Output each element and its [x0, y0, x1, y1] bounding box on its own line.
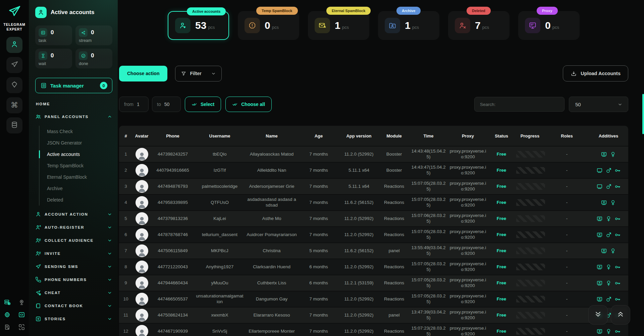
- rail-accounts-button[interactable]: [6, 37, 22, 53]
- filter-button[interactable]: Filter: [175, 66, 222, 81]
- table-row[interactable]: 4447958339895QTFUsOasdadsasdasd asdasd a…: [119, 194, 628, 210]
- table-row[interactable]: 10447466505537unsaturationamalgamationDa…: [119, 291, 628, 307]
- scroll-to-top-button[interactable]: [611, 305, 630, 325]
- page-size-select[interactable]: 50: [569, 97, 628, 112]
- avatar: [136, 212, 148, 225]
- cell-additives: [589, 279, 628, 287]
- cell-roles: -: [545, 247, 589, 255]
- to-value: 50: [164, 102, 170, 107]
- table-row[interactable]: 1447398243257tbEQloAllayaloasckas Matod7…: [119, 146, 628, 162]
- table-row[interactable]: 24407943916665IzGTIfAlllelddlto Nan7 mon…: [119, 162, 628, 178]
- stat-card-active-accounts[interactable]: Active accounts53pcs: [168, 11, 229, 40]
- document-check-icon[interactable]: [4, 324, 11, 331]
- from-label: from: [124, 102, 133, 107]
- stat-card-temp-spamblock[interactable]: Temp SpamBlock0pcs: [238, 11, 299, 40]
- cell-app-version: 11.2.0 (52992): [339, 151, 379, 158]
- cell-index: 9: [119, 280, 132, 287]
- cell-avatar: [132, 147, 151, 161]
- monitor-x-icon: [596, 280, 603, 286]
- sidebar-group-contact-book[interactable]: CONTACT BOOK: [35, 302, 112, 310]
- stat-card-deleted[interactable]: Deleted7pcs: [448, 11, 509, 40]
- cell-phone: 447721220043: [151, 264, 195, 271]
- chevron-down-icon: [211, 71, 216, 76]
- stat-card-proxy[interactable]: Proxy0pcs: [518, 11, 580, 40]
- command-icon: ⌘: [11, 102, 18, 109]
- counter-value: 0: [91, 29, 94, 36]
- rail-sending-button[interactable]: [6, 57, 22, 73]
- upload-accounts-button[interactable]: Upload Accounts: [563, 65, 628, 81]
- table-row[interactable]: 7447506115849MKPBcJChristina5 months11.6…: [119, 242, 628, 259]
- sidebar-item-deleted[interactable]: Deleted: [40, 194, 112, 206]
- sidebar-item-json-generator[interactable]: JSON Generator: [40, 137, 112, 149]
- search-input[interactable]: [474, 97, 565, 112]
- table-row[interactable]: 11447508624134xwxmbXElararraro Kesoso7 m…: [119, 307, 628, 323]
- cell-proxy: proxy.proxyverse.io:9200: [448, 325, 488, 336]
- stat-card-eternal-spamblock[interactable]: Eternal SpamBlock1pcs: [308, 11, 369, 40]
- stat-card-value: 0: [545, 20, 551, 31]
- stat-card-archive[interactable]: Archive1pcs: [378, 11, 439, 40]
- female-icon: [605, 328, 612, 335]
- column-header-age: Age: [299, 133, 339, 138]
- cell-name: Asthe Mo: [245, 215, 299, 222]
- from-input[interactable]: from 1: [119, 97, 149, 112]
- column-header-name: Name: [245, 133, 299, 138]
- select-button[interactable]: Select: [185, 97, 221, 112]
- progress-bar: [516, 151, 545, 158]
- warn-octagon-icon: [245, 18, 260, 33]
- sidebar-group-cheat[interactable]: CHEAT: [35, 289, 112, 297]
- scroll-to-bottom-button[interactable]: [588, 305, 608, 325]
- table-row[interactable]: 8447721220043Anything1927Clarksardin Hue…: [119, 259, 628, 275]
- gear-icon[interactable]: [4, 311, 11, 318]
- to-input[interactable]: to 50: [152, 97, 181, 112]
- sidebar-item-home[interactable]: HOME: [36, 102, 112, 106]
- person-icon: [35, 211, 41, 217]
- stat-card-value: 0: [265, 20, 270, 31]
- rail-database-button[interactable]: [6, 117, 22, 133]
- cell-progress: [515, 150, 545, 158]
- cell-roles: -: [545, 296, 589, 303]
- cell-app-version: 5.11.1 x64: [339, 167, 379, 174]
- sidebar-group-collect-audience[interactable]: COLLECT AUDIENCE: [35, 236, 112, 244]
- webcam-icon[interactable]: [18, 299, 25, 306]
- phone-icon: [35, 277, 41, 283]
- table-row[interactable]: 6447878768746tellurium_dassentAuidrcer P…: [119, 226, 628, 242]
- choose-all-button[interactable]: Choose all: [225, 97, 272, 112]
- rail-command-button[interactable]: ⌘: [6, 97, 22, 113]
- sidebar-group-phone-numbers[interactable]: PHONE NUMBERS: [35, 276, 112, 284]
- male-icon: [605, 183, 612, 190]
- paper-plane-icon: [10, 60, 18, 70]
- sidebar-group-invite[interactable]: INVITE: [35, 249, 112, 258]
- cell-status: Free: [488, 199, 515, 206]
- task-manager-button[interactable]: Task manager 0: [35, 78, 112, 93]
- sidebar-group-account-action[interactable]: ACCOUNT ACTION: [35, 210, 112, 218]
- cell-time: 13:47:39(03.04.25): [409, 309, 448, 322]
- choose-action-button[interactable]: Choose action: [119, 66, 167, 81]
- table-row[interactable]: 3447494876793palmettocoleridgeAndersonja…: [119, 178, 628, 194]
- sidebar-group-stories[interactable]: STORIES: [35, 315, 112, 323]
- sidebar-item-eternal-spamblock[interactable]: Eternal SpamBlock: [40, 171, 112, 183]
- table-header: #AvatarPhoneUsernameNameAgeApp versionMo…: [119, 126, 628, 146]
- sidebar-item-active-accounts[interactable]: Active accounts: [40, 149, 112, 160]
- sidebar-item-archive[interactable]: Archive: [40, 183, 112, 194]
- sidebar-group-sending-sms[interactable]: SENDING SMS: [35, 263, 112, 271]
- sidebar-item-temp-spamblock[interactable]: Temp SpamBlock: [40, 160, 112, 171]
- cell-progress: [515, 231, 545, 239]
- sidebar-group-auto-register[interactable]: AUTO-REGISTER: [35, 223, 112, 231]
- cell-status: Free: [488, 151, 515, 158]
- chevron-down-icon: [107, 290, 112, 295]
- table-row[interactable]: 12447467190939SnVvSjEllartemporeee Monte…: [119, 323, 628, 336]
- sidebar-item-mass-check[interactable]: Mass Check: [40, 126, 112, 137]
- table-row[interactable]: 9447944660434yMuuOuCuthbertx Liss6 month…: [119, 275, 628, 291]
- counter-task: 0task: [35, 25, 72, 45]
- cell-module: Reactions: [379, 199, 409, 206]
- table-row[interactable]: 5447379813236KajLeiAsthe Mo7 months11.2.…: [119, 210, 628, 226]
- rail-premium-button[interactable]: [6, 77, 22, 93]
- page-scrollbar-thumb[interactable]: [642, 94, 644, 134]
- sidebar-group-panel-accounts[interactable]: PANEL ACCOUNTS: [35, 113, 112, 121]
- code-window-icon[interactable]: [18, 311, 25, 318]
- cell-app-version: 11.2.0 (52992): [339, 328, 379, 335]
- progress-bar: [516, 312, 545, 319]
- chevron-down-icon: [618, 102, 623, 107]
- server-check-icon[interactable]: [4, 299, 11, 306]
- swap-windows-icon[interactable]: [18, 324, 25, 331]
